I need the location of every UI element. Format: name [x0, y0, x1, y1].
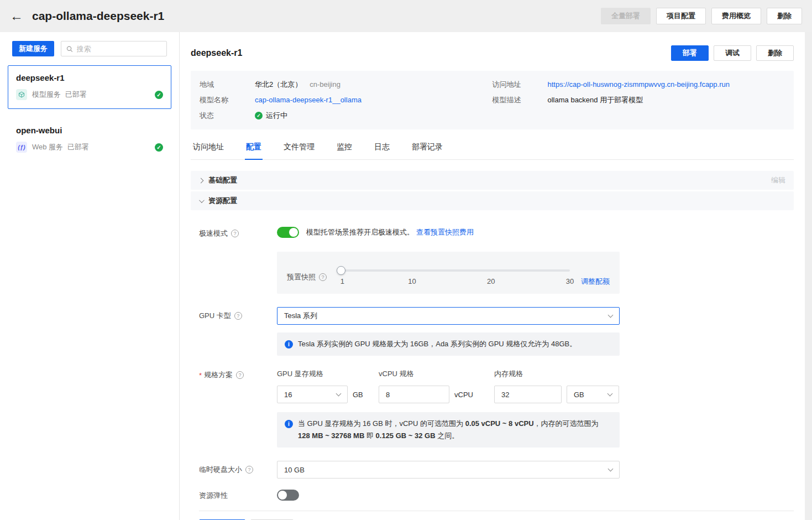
snapshot-label: 预置快照 [287, 272, 316, 282]
tab-config[interactable]: 配置 [245, 136, 263, 160]
help-icon[interactable]: ? [234, 312, 242, 320]
tab-file-management[interactable]: 文件管理 [282, 136, 316, 160]
web-service-icon: (ƒ) [16, 142, 27, 153]
gpu-mem-select[interactable]: 16 [277, 386, 348, 403]
chevron-down-icon [608, 312, 614, 318]
help-icon[interactable]: ? [231, 230, 239, 237]
info-icon: i [285, 420, 293, 428]
memory-unit-select[interactable]: GB [567, 386, 619, 403]
fast-mode-label: 极速模式 [199, 228, 228, 238]
edit-link[interactable]: 编辑 [771, 175, 785, 185]
top-header: ← cap-ollama-deepseek-r1 全量部署 项目配置 费用概览 … [0, 0, 812, 32]
vcpu-unit: vCPU [454, 391, 473, 399]
access-url-link[interactable]: https://cap-oll-huswnog-zismmpwvvg.cn-be… [548, 77, 730, 92]
page-title: cap-ollama-deepseek-r1 [32, 9, 164, 23]
region-code: cn-beijing [310, 77, 340, 92]
gpu-banner-text: Tesla 系列实例的 GPU 规格最大为 16GB，Ada 系列实例的 GPU… [298, 338, 577, 350]
service-deployed-check-icon: ✓ [155, 91, 163, 99]
elastic-label: 资源弹性 [199, 491, 228, 501]
service-detail-title: deepseek-r1 [191, 48, 242, 58]
model-desc-label: 模型描述 [493, 92, 548, 108]
back-arrow-icon[interactable]: ← [10, 9, 23, 23]
slider-mark-10: 10 [408, 277, 416, 285]
slider-mark-1: 1 [340, 277, 344, 285]
help-icon[interactable]: ? [245, 466, 253, 474]
gpu-mem-label: GPU 显存规格 [277, 369, 379, 379]
model-name-label: 模型名称 [200, 92, 255, 108]
tab-access-url[interactable]: 访问地址 [192, 136, 225, 160]
slider-mark-30: 30 [566, 277, 574, 285]
search-box[interactable] [61, 41, 167, 56]
slider-handle[interactable] [337, 266, 345, 275]
tab-monitoring[interactable]: 监控 [336, 136, 353, 160]
full-deploy-button[interactable]: 全量部署 [601, 8, 651, 24]
region-value: 华北2（北京） [255, 77, 302, 92]
disk-size-select[interactable]: 10 GB [277, 461, 620, 479]
chevron-right-icon [198, 178, 204, 183]
resource-config-form: 极速模式 ? 模型托管场景推荐开启极速模式。 查看预置快照费用 预置快照 ? [191, 210, 794, 501]
service-type-label: Web 服务 [32, 142, 63, 152]
access-url-label: 访问地址 [493, 77, 548, 92]
help-icon[interactable]: ? [236, 371, 244, 379]
new-service-button[interactable]: 新建服务 [12, 41, 54, 56]
section-basic-config[interactable]: 基础配置 编辑 [191, 171, 794, 190]
running-status-check-icon: ✓ [255, 112, 263, 119]
memory-label: 内存规格 [494, 369, 620, 379]
spec-plan-label: 规格方案 [204, 370, 233, 380]
debug-button[interactable]: 调试 [714, 45, 751, 61]
cost-overview-button[interactable]: 费用概览 [711, 8, 761, 24]
adjust-quota-link[interactable]: 调整配额 [581, 277, 610, 287]
snapshot-cost-link[interactable]: 查看预置快照费用 [416, 227, 474, 237]
services-sidebar: 新建服务 deepseek-r1 模型服务 已部署 ✓ open-webui [0, 32, 180, 520]
gpu-type-label: GPU 卡型 [199, 311, 231, 321]
gpu-type-select[interactable]: Tesla 系列 [277, 307, 620, 325]
gpu-mem-unit: GB [353, 391, 363, 399]
region-label: 地域 [200, 77, 255, 92]
fast-mode-hint: 模型托管场景推荐开启极速模式。 [306, 227, 414, 237]
fast-mode-toggle[interactable] [277, 227, 299, 238]
service-name: open-webui [16, 126, 163, 135]
section-resource-config[interactable]: 资源配置 [191, 191, 794, 210]
service-name: deepseek-r1 [16, 73, 163, 82]
service-status-label: 已部署 [65, 90, 87, 100]
search-input[interactable] [77, 45, 161, 53]
main-panel: deepseek-r1 部署 调试 删除 地域 华北2（北京） cn-beiji… [180, 32, 805, 520]
service-type-label: 模型服务 [32, 90, 61, 100]
status-value: 运行中 [266, 108, 287, 123]
status-label: 状态 [200, 108, 255, 123]
top-actions: 全量部署 项目配置 费用概览 删除 [601, 8, 802, 24]
chevron-down-icon [199, 197, 205, 203]
delete-service-button[interactable]: 删除 [756, 45, 794, 61]
model-service-icon [16, 89, 27, 100]
required-asterisk: * [199, 371, 202, 379]
delete-project-button[interactable]: 删除 [767, 8, 802, 24]
search-icon [66, 45, 73, 53]
service-status-label: 已部署 [67, 142, 89, 152]
model-desc-value: ollama backend 用于部署模型 [548, 92, 643, 108]
slider-mark-20: 20 [487, 277, 495, 285]
service-info-box: 地域 华北2（北京） cn-beijing 模型名称 cap-ollama-de… [191, 71, 794, 129]
model-name-link[interactable]: cap-ollama-deepseek-r1__ollama [255, 92, 362, 108]
service-card-deepseek-r1[interactable]: deepseek-r1 模型服务 已部署 ✓ [8, 65, 171, 109]
gpu-info-banner: i Tesla 系列实例的 GPU 规格最大为 16GB，Ada 系列实例的 G… [277, 332, 620, 356]
project-config-button[interactable]: 项目配置 [656, 8, 706, 24]
service-card-open-webui[interactable]: open-webui (ƒ) Web 服务 已部署 ✓ [8, 118, 171, 162]
help-icon[interactable]: ? [319, 273, 327, 281]
deploy-button[interactable]: 部署 [671, 45, 709, 61]
memory-input[interactable] [494, 386, 562, 403]
tab-logs[interactable]: 日志 [373, 136, 391, 160]
detail-tabs: 访问地址 配置 文件管理 监控 日志 部署记录 [191, 136, 794, 160]
chevron-down-icon [608, 466, 614, 471]
tab-deploy-history[interactable]: 部署记录 [411, 136, 444, 160]
chevron-down-icon [607, 391, 613, 396]
vcpu-label: vCPU 规格 [379, 369, 494, 379]
snapshot-slider[interactable]: 1 10 20 30 [338, 269, 570, 287]
elastic-toggle[interactable] [277, 490, 299, 501]
chevron-down-icon [336, 391, 342, 396]
snapshot-config-box: 预置快照 ? 1 10 20 30 调整配额 [277, 252, 620, 294]
slider-track[interactable] [338, 269, 570, 272]
disk-size-label: 临时硬盘大小 [199, 465, 242, 475]
info-icon: i [285, 340, 293, 349]
service-deployed-check-icon: ✓ [155, 143, 163, 152]
vcpu-input[interactable] [379, 386, 449, 403]
